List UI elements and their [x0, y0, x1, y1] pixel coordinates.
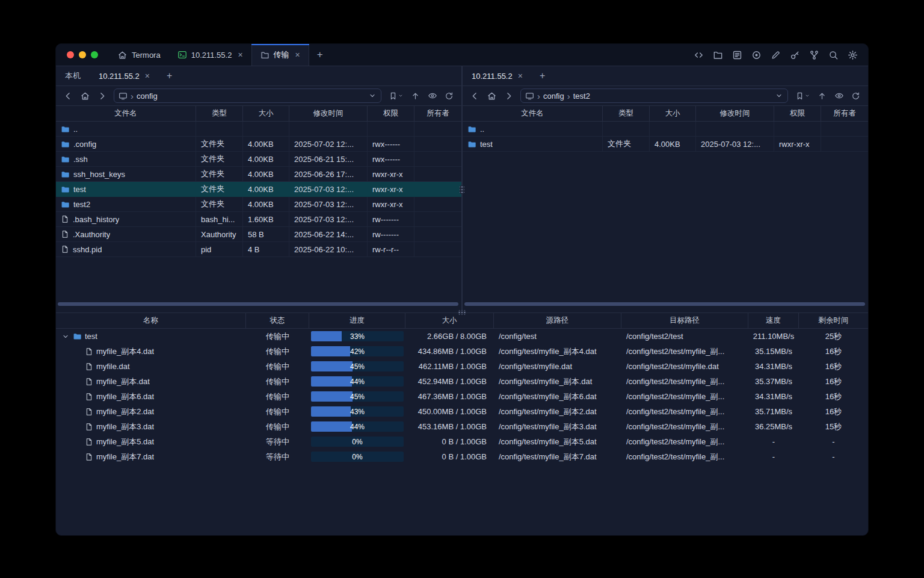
horizontal-scrollbar[interactable] [464, 302, 865, 306]
transfer-row[interactable]: myfile_副本4.dat传输中42%434.86MB / 1.00GB/co… [56, 344, 868, 359]
close-tab-icon[interactable]: × [518, 72, 523, 80]
left-file-panel: 本机10.211.55.2×+ ›config 文件名类型大小修改时间权限所有者… [56, 66, 461, 312]
forward-icon[interactable] [95, 89, 109, 103]
minimize-window-button[interactable] [79, 51, 86, 58]
right-panel-tabs: 10.211.55.2×+ [463, 66, 868, 86]
home-icon[interactable] [485, 89, 499, 103]
code-icon[interactable] [692, 48, 706, 62]
edit-icon[interactable] [769, 48, 783, 62]
transfer-target: /config/test2/test/myfile_副... [621, 374, 748, 389]
bookmark-button[interactable] [386, 89, 405, 103]
refresh-icon[interactable] [442, 89, 456, 103]
column-header[interactable]: 权限 [368, 106, 414, 121]
branch-icon[interactable] [807, 48, 821, 62]
new-tab-button[interactable]: + [159, 66, 180, 85]
path-breadcrumb[interactable]: ›config [114, 89, 381, 103]
folder-icon[interactable] [711, 48, 725, 62]
close-tab-icon[interactable]: × [145, 72, 150, 80]
file-row[interactable]: .config文件夹4.00KB2025-07-02 12:...rwx----… [56, 137, 461, 152]
column-header[interactable]: 名称 [56, 313, 246, 328]
file-size: 4.00KB [243, 137, 289, 152]
column-header[interactable]: 大小 [405, 313, 494, 328]
file-owner [414, 227, 461, 242]
window-tab-传输[interactable]: 传输× [251, 44, 309, 66]
bookmark-button[interactable] [793, 89, 812, 103]
file-row[interactable]: test文件夹4.00KB2025-07-03 12:...rwxr-xr-x [463, 137, 868, 152]
file-row[interactable]: .ssh文件夹4.00KB2025-06-21 15:...rwx------ [56, 152, 461, 167]
column-header[interactable]: 权限 [774, 106, 821, 121]
transfer-row[interactable]: myfile_副本5.dat等待中0%0 B / 1.00GB/config/t… [56, 434, 868, 449]
panel-tab-10.211.55.2[interactable]: 10.211.55.2× [90, 66, 159, 85]
transfer-row[interactable]: myfile_副本6.dat传输中45%467.36MB / 1.00GB/co… [56, 389, 868, 404]
home-icon[interactable] [78, 89, 92, 103]
new-tab-button[interactable]: + [309, 44, 331, 66]
column-header[interactable]: 所有者 [414, 106, 461, 121]
column-header[interactable]: 类型 [603, 106, 650, 121]
column-header[interactable]: 所有者 [821, 106, 868, 121]
file-row[interactable]: .. [463, 122, 868, 137]
refresh-icon[interactable] [849, 89, 863, 103]
transfer-row[interactable]: myfile_副本3.dat传输中44%453.16MB / 1.00GB/co… [56, 419, 868, 434]
transfer-row[interactable]: myfile_副本2.dat传输中43%450.00MB / 1.00GB/co… [56, 404, 868, 419]
file-row[interactable]: .. [56, 122, 461, 137]
crumb-segment[interactable]: config [137, 92, 158, 101]
zoom-window-button[interactable] [91, 51, 98, 58]
window-tab-10.211.55.2[interactable]: 10.211.55.2× [169, 44, 251, 66]
column-header[interactable]: 目标路径 [621, 313, 748, 328]
show-hidden-icon[interactable] [832, 89, 846, 103]
search-icon[interactable] [827, 48, 840, 62]
file-row[interactable]: .XauthorityXauthority58 B2025-06-22 14:.… [56, 227, 461, 242]
column-header[interactable]: 速度 [748, 313, 799, 328]
record-icon[interactable] [750, 48, 763, 62]
show-hidden-icon[interactable] [425, 89, 439, 103]
transfer-row[interactable]: test传输中33%2.66GB / 8.00GB/config/test/co… [56, 329, 868, 344]
settings-icon[interactable] [846, 48, 860, 62]
column-header[interactable]: 修改时间 [696, 106, 774, 121]
chevron-down-icon[interactable] [61, 332, 70, 341]
column-header[interactable]: 大小 [243, 106, 289, 121]
file-row[interactable]: ssh_host_keys文件夹4.00KB2025-06-26 17:...r… [56, 167, 461, 182]
splitter-grip-icon[interactable] [458, 310, 466, 315]
panel-tab-本机[interactable]: 本机 [56, 66, 90, 85]
column-header[interactable]: 进度 [309, 313, 405, 328]
file-row[interactable]: sshd.pidpid4 B2025-06-22 10:...rw-r--r-- [56, 242, 461, 257]
window-tab-Termora[interactable]: Termora [109, 44, 169, 66]
column-header[interactable]: 状态 [246, 313, 309, 328]
crumb-segment[interactable]: test2 [573, 92, 590, 101]
file-row[interactable]: test文件夹4.00KB2025-07-03 12:...rwxr-xr-x [56, 182, 461, 197]
file-icon [85, 438, 93, 446]
column-header[interactable]: 文件名 [56, 106, 196, 121]
transfer-row[interactable]: myfile_副本7.dat等待中0%0 B / 1.00GB/config/t… [56, 449, 868, 464]
column-header[interactable]: 类型 [196, 106, 243, 121]
log-icon[interactable] [730, 48, 744, 62]
column-header[interactable]: 源路径 [494, 313, 621, 328]
transfer-row[interactable]: myfile_副本.dat传输中44%452.94MB / 1.00GB/con… [56, 374, 868, 389]
file-row[interactable]: test2文件夹4.00KB2025-07-03 12:...rwxr-xr-x [56, 197, 461, 212]
close-tab-icon[interactable]: × [238, 51, 242, 59]
close-window-button[interactable] [67, 51, 74, 58]
transfer-row[interactable]: myfile.dat传输中45%462.11MB / 1.00GB/config… [56, 359, 868, 374]
file-row[interactable]: .bash_historybash_hi...1.60KB2025-07-03 … [56, 212, 461, 227]
column-header[interactable]: 文件名 [463, 106, 603, 121]
panel-tab-10.211.55.2[interactable]: 10.211.55.2× [463, 66, 532, 85]
path-breadcrumb[interactable]: ›config›test2 [520, 89, 788, 103]
crumb-segment[interactable]: config [543, 92, 564, 101]
upload-icon[interactable] [408, 89, 422, 103]
close-tab-icon[interactable]: × [295, 51, 300, 59]
horizontal-scrollbar[interactable] [58, 302, 458, 306]
column-header[interactable]: 剩余时间 [799, 313, 868, 328]
folder-icon [467, 140, 476, 149]
column-header[interactable]: 大小 [650, 106, 696, 121]
new-tab-button[interactable]: + [532, 66, 553, 85]
back-icon[interactable] [61, 89, 75, 103]
column-header[interactable]: 修改时间 [289, 106, 368, 121]
splitter-grip-icon[interactable] [460, 185, 464, 194]
file-table-body: ..test文件夹4.00KB2025-07-03 12:...rwxr-xr-… [463, 122, 868, 152]
key-icon[interactable] [788, 48, 802, 62]
forward-icon[interactable] [502, 89, 516, 103]
file-type: 文件夹 [196, 197, 243, 212]
chevron-down-icon[interactable] [775, 92, 783, 100]
back-icon[interactable] [468, 89, 482, 103]
upload-icon[interactable] [815, 89, 829, 103]
chevron-down-icon[interactable] [368, 92, 377, 100]
